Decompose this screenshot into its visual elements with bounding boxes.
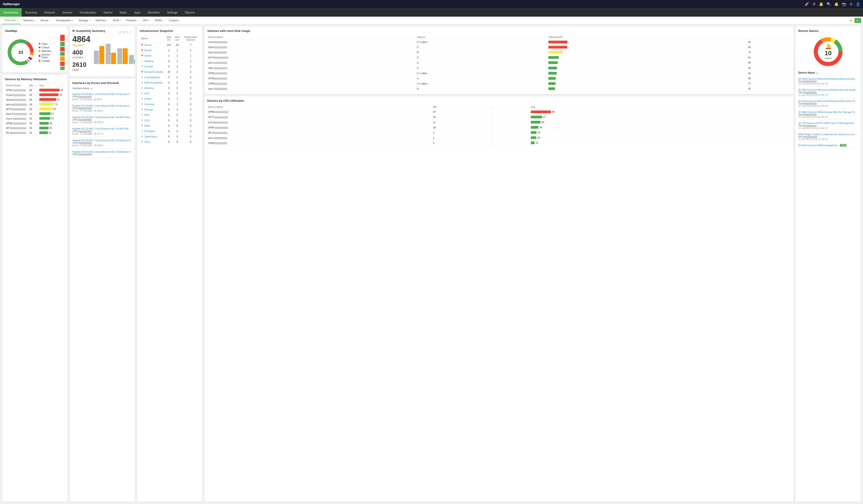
infra-device-name[interactable]: Wireless — [144, 87, 154, 89]
status-icon: ✔ — [141, 108, 143, 111]
ip-bar-2b — [111, 53, 116, 64]
table-row: ✔ PDU 0 0 0 — [140, 112, 200, 118]
camera-icon[interactable]: 📷 — [842, 2, 846, 6]
infra-name-cell: ✔ TapeLibrary — [140, 134, 165, 139]
cpu-panel: Devices by CPU Utilization Device Name M… — [204, 96, 793, 502]
sub-nav: Overview ▾ Network ▾ Server ▾ Virtualiza… — [0, 17, 863, 24]
interface-name[interactable]: Realtek RTL8139C+ Fast Ethernet NIC #3-N… — [72, 104, 132, 107]
alarm-bell-icon[interactable]: 🔔 — [834, 2, 839, 6]
user-icon[interactable]: 👤 — [856, 2, 860, 6]
infra-snapshot-panel: Infrastructure Snapshot Name Alar ms Dev… — [137, 26, 202, 502]
memory-ellipsis: ... — [34, 102, 38, 107]
memory-bar — [39, 98, 56, 101]
subnav-firewall[interactable]: Firewall ▾ — [124, 17, 140, 24]
alarm-id[interactable]: ID=700 Source=NTDS ISAM Type=3 Message=N… — [798, 122, 858, 125]
subnav-storage[interactable]: Storage ▾ — [76, 17, 93, 24]
nav-reports[interactable]: Reports — [181, 8, 199, 17]
monitor-icon[interactable]: 🖥 — [812, 2, 816, 6]
infra-device-name[interactable]: DomainController — [144, 70, 164, 73]
infra-device-name[interactable]: FCSwitch — [144, 130, 155, 132]
infra-device-name[interactable]: UPS — [144, 92, 149, 95]
infra-device-name[interactable]: Unknown — [144, 103, 155, 106]
gear-icon[interactable]: ⚙ — [850, 2, 853, 6]
interface-name[interactable]: Realtek RTL8139C+ Fast Ethernet NIC #4-E… — [72, 151, 132, 153]
ip-bar-3a — [117, 48, 122, 64]
recent-alarms-title: Recent Alarms — [798, 29, 858, 33]
nav-network[interactable]: Network — [41, 8, 59, 17]
add-dashboard-button[interactable]: ≡+ — [854, 18, 861, 23]
infra-device-name[interactable]: RAID — [144, 125, 150, 127]
alarm-device-header: Device Name ▲ — [798, 71, 858, 74]
nav-dashboard[interactable]: Dashboard — [0, 8, 22, 17]
nav-alarms[interactable]: Alarms — [100, 8, 116, 17]
memory-device-name: OPMc — [5, 121, 28, 126]
interface-name[interactable]: Realtek RTL8139C+ Fast Ethernet NIC #3-E… — [72, 139, 132, 142]
nav-workflow[interactable]: Workflow — [144, 8, 163, 17]
legend-clear-label: Clear — [41, 42, 47, 45]
status-icon: ✔ — [141, 87, 143, 89]
nav-maps[interactable]: Maps — [116, 8, 130, 17]
subnav-custom[interactable]: Custom ▾ — [166, 17, 183, 24]
table-row: ✔ Storage 0 0 0 — [140, 107, 200, 112]
alarm-id[interactable]: ID=2004 Source=Microsoft-Windows-Resourc… — [798, 77, 858, 80]
memory-avg-cell: 63 — [38, 107, 65, 112]
subnav-netflow[interactable]: NetFlow ▾ — [93, 17, 110, 24]
legend-clear: Clear — [39, 42, 56, 45]
memory-device-name: Opm-2 — [5, 112, 28, 116]
interface-name[interactable]: Realtek RTL8139C+ Fast Ethernet NIC #3-N… — [72, 93, 132, 95]
infra-name-cell: ✖ Server — [140, 42, 165, 48]
refresh-icon[interactable]: ↺ — [118, 30, 121, 34]
infra-device-name[interactable]: Server — [144, 43, 151, 46]
infra-device-name[interactable]: Firewall — [144, 65, 153, 68]
nav-virtualization[interactable]: Virtualization — [76, 8, 100, 17]
infra-device-name[interactable]: PDU — [144, 114, 149, 116]
interface-name[interactable]: Realtek RTL8139C+ Fast Ethernet NIC #3-W… — [72, 127, 132, 130]
interface-name[interactable]: Realtek RTL8139C+ Fast Ethernet NIC #3-W… — [72, 116, 132, 119]
expand-icon[interactable]: ⤢ — [130, 30, 132, 34]
alarm-timestamp: 21 Feb 2019 04:35:11 PM IST — [798, 138, 858, 141]
infra-problematic: 0 — [182, 85, 200, 91]
subnav-ipam[interactable]: IPAM ▾ — [152, 17, 166, 24]
cpu-ellipsis: ... — [491, 140, 530, 145]
subnav-server[interactable]: Server ▾ — [38, 17, 53, 24]
subnav-overview[interactable]: Overview ▾ — [2, 17, 21, 24]
search-icon[interactable]: 🔍 — [827, 2, 831, 6]
infra-device-name[interactable]: URLs — [144, 141, 151, 143]
subnav-network[interactable]: Network ▾ — [21, 17, 38, 24]
rocket-icon[interactable]: 🚀 — [804, 2, 809, 6]
nav-servers[interactable]: Servers — [59, 8, 76, 17]
nav-inventory[interactable]: Inventory — [22, 8, 41, 17]
infra-device-name[interactable]: UCS — [144, 119, 149, 122]
subnav-virtualization[interactable]: Virtualization ▾ — [53, 17, 76, 24]
nav-settings[interactable]: Settings — [163, 8, 181, 17]
infra-device-name[interactable]: Printer — [144, 98, 151, 100]
alarm-id[interactable]: ID=6002 Source=MSExchange Mid-Tier Stora… — [798, 111, 858, 113]
infra-device-name[interactable]: Desktop — [145, 60, 153, 62]
interface-errors: Errors : 0 | Discards : 81.817 G — [72, 133, 132, 135]
chevron-down-icon: ▾ — [17, 19, 18, 21]
infra-device-name[interactable]: WAN Accelerator — [144, 81, 163, 84]
alarm-id[interactable]: ID=1014 Source=Microsoft-Windows-DNS-Cli… — [798, 100, 858, 102]
alarm-id[interactable]: ID=4625 Source=Microsoft-Windows-Securit… — [798, 89, 858, 91]
cpu-col-dots: ... — [491, 105, 530, 109]
infra-device-name[interactable]: Switch — [144, 54, 151, 57]
copy-icon[interactable]: ⧉ — [123, 30, 125, 34]
subnav-ncm[interactable]: NCM ▾ — [110, 17, 124, 24]
infra-device-name[interactable]: Storage — [144, 108, 153, 111]
bell-notify-icon[interactable]: 🔔 — [819, 2, 823, 6]
memory-avg-cell: 93 — [38, 92, 65, 97]
edit-icon[interactable]: ✎ — [126, 30, 128, 34]
infra-device-name[interactable]: Router — [144, 49, 152, 52]
alarm-id[interactable]: ID=1010 Source=MSExchangeFast...286 — [798, 144, 858, 147]
interfaces-panel: Interfaces by Errors and Discards Interf… — [70, 79, 135, 502]
cpu-col-device: Device Name — [207, 105, 432, 109]
disk-device-name: opm- — [207, 86, 416, 91]
legend-servicedown: Service Down — [39, 53, 56, 59]
subnav-dpi[interactable]: DPI ▾ — [140, 17, 152, 24]
infra-device-name[interactable]: Load Balancer — [144, 76, 160, 79]
alarm-id[interactable]: APM Plugin: Health is critical as the re… — [798, 133, 858, 135]
nav-apps[interactable]: Apps — [130, 8, 144, 17]
favorite-star-icon[interactable]: ★ — [850, 18, 853, 23]
infra-device-name[interactable]: TapeLibrary — [144, 135, 157, 138]
disk-util-value: 95 — [747, 45, 791, 50]
